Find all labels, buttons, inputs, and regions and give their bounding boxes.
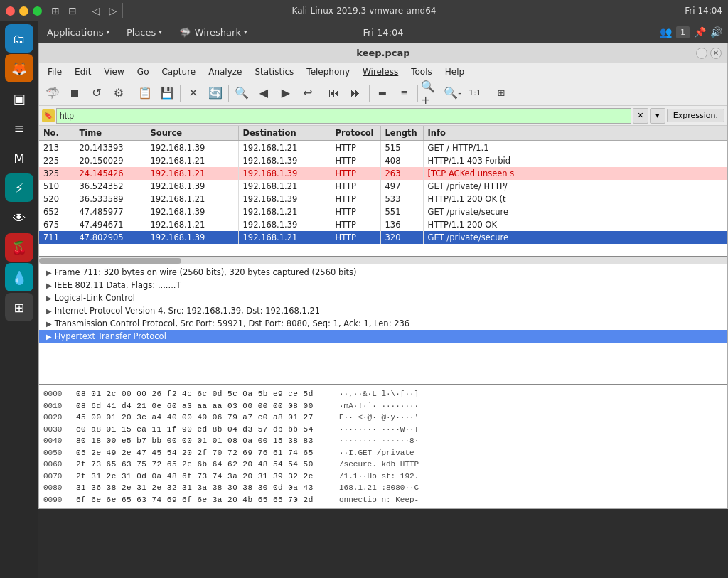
table-row[interactable]: 52036.533589192.168.1.21192.168.1.39HTTP…: [39, 193, 727, 205]
minimize-button[interactable]: [19, 6, 28, 16]
table-row[interactable]: 71147.802905192.168.1.39192.168.1.21HTTP…: [39, 231, 727, 244]
packet-hscroll-thumb: [39, 258, 181, 264]
tb-stop-btn[interactable]: ⏹: [64, 83, 85, 103]
detail-row[interactable]: ▶Transmission Control Protocol, Src Port…: [39, 317, 727, 330]
expression-button[interactable]: Expression.: [667, 109, 724, 122]
hex-row: 001008 6d 41 d4 21 0e 60 a3 aa aa 03 00 …: [43, 400, 723, 412]
menu-item-analyze[interactable]: Analyze: [203, 65, 247, 78]
tb-sep-4: [321, 85, 321, 102]
system-time: Fri 14:04: [685, 6, 722, 16]
terminal-icon[interactable]: ▣: [5, 84, 33, 112]
filter-bar: 🔖 ✕ ▾ Expression.: [39, 106, 727, 126]
metasploit-icon[interactable]: M: [5, 144, 33, 172]
left-sidebar: 🗂🦊▣≡M⚡👁🍒💧⊞: [0, 21, 38, 578]
menu-item-file[interactable]: File: [42, 65, 68, 78]
col-header-info: Info: [423, 126, 727, 141]
tb-shark-btn[interactable]: 🦈: [42, 83, 63, 103]
eye-icon[interactable]: 👁: [5, 203, 33, 232]
filter-input[interactable]: [56, 108, 631, 124]
taskbar: Applications ▾ Places ▾ 🦈 Wireshark ▾ Fr…: [38, 21, 728, 43]
system-bar-right: Fri 14:04: [685, 6, 722, 16]
maximize-button[interactable]: [33, 6, 42, 16]
tb-autoscroll-btn[interactable]: ≡: [394, 83, 415, 103]
wireshark-menu[interactable]: 🦈 Wireshark ▾: [171, 21, 256, 43]
places-menu[interactable]: Places ▾: [118, 21, 171, 43]
filter-apply-btn[interactable]: ▾: [650, 108, 665, 124]
tb-restart-btn[interactable]: ↺: [86, 83, 107, 103]
ws-inner: No. Time Source Destination Protocol Len…: [39, 126, 727, 508]
detail-row[interactable]: ▶Logical-Link Control: [39, 291, 727, 304]
menu-item-tools[interactable]: Tools: [405, 65, 438, 78]
tb-colorize-btn[interactable]: ▬: [372, 83, 393, 103]
firefox-icon[interactable]: 🦊: [5, 54, 33, 82]
hex-row: 002045 00 01 20 3c a4 40 00 40 06 79 a7 …: [43, 412, 723, 424]
applications-menu[interactable]: Applications ▾: [38, 21, 118, 43]
files-icon[interactable]: 🗂: [5, 24, 33, 53]
col-header-proto: Protocol: [331, 126, 380, 141]
table-row[interactable]: 65247.485977192.168.1.39192.168.1.21HTTP…: [39, 205, 727, 218]
menu-item-wireless[interactable]: Wireless: [357, 65, 404, 78]
menu-item-help[interactable]: Help: [439, 65, 470, 78]
table-row[interactable]: 67547.494671192.168.1.21192.168.1.39HTTP…: [39, 218, 727, 231]
packet-table: No. Time Source Destination Protocol Len…: [39, 126, 727, 244]
detail-row[interactable]: ▶Frame 711: 320 bytes on wire (2560 bits…: [39, 266, 727, 279]
lightning-icon[interactable]: ⚡: [5, 173, 33, 202]
volume-icon: 🔊: [710, 26, 722, 38]
ws-minimize-btn[interactable]: ─: [696, 48, 707, 59]
tb-zoom-normal-btn[interactable]: 1:1: [464, 83, 486, 103]
tb-icon-1[interactable]: ⊞: [48, 3, 63, 18]
tb-close-btn[interactable]: ✕: [183, 83, 204, 103]
menu-item-go[interactable]: Go: [132, 65, 155, 78]
files2-icon[interactable]: ≡: [5, 114, 33, 142]
detail-row[interactable]: ▶IEEE 802.11 Data, Flags: .......T: [39, 279, 727, 291]
grid-icon[interactable]: ⊞: [5, 293, 33, 321]
menu-item-telephony[interactable]: Telephony: [301, 65, 355, 78]
tb-sep-3: [228, 85, 229, 102]
detail-row[interactable]: ▶Internet Protocol Version 4, Src: 192.1…: [39, 304, 727, 317]
tb-sep-1: [132, 85, 132, 102]
packet-detail: ▶Frame 711: 320 bytes on wire (2560 bits…: [39, 264, 727, 385]
menu-item-view[interactable]: View: [98, 65, 129, 78]
tb-sep-5: [369, 85, 370, 102]
toolbar-group-2: ◁ ▷: [87, 3, 123, 18]
table-row[interactable]: 32524.145426192.168.1.21192.168.1.39HTTP…: [39, 167, 727, 180]
settings-icon: 📌: [694, 26, 706, 38]
filter-clear-btn[interactable]: ✕: [633, 108, 648, 124]
menu-item-statistics[interactable]: Statistics: [249, 65, 299, 78]
tb-search-btn[interactable]: 🔍: [231, 83, 252, 103]
window-buttons: [6, 6, 42, 16]
tb-icon-2[interactable]: ⊟: [65, 3, 80, 18]
tb-back-btn[interactable]: ◀: [253, 83, 274, 103]
close-button[interactable]: [6, 6, 15, 16]
tb-open-btn[interactable]: 📋: [134, 83, 156, 103]
menu-item-capture[interactable]: Capture: [156, 65, 201, 78]
col-header-src: Source: [146, 126, 238, 141]
tb-return-btn[interactable]: ↩: [297, 83, 318, 103]
table-row[interactable]: 22520.150029192.168.1.21192.168.1.39HTTP…: [39, 154, 727, 167]
tb-icon-4[interactable]: ▷: [105, 3, 121, 18]
ws-close-btn[interactable]: ✕: [710, 48, 722, 59]
tb-icon-3[interactable]: ◁: [88, 3, 104, 18]
detail-row[interactable]: ▶Hypertext Transfer Protocol: [39, 330, 727, 343]
tb-fwd-btn[interactable]: ▶: [275, 83, 296, 103]
cherry-icon[interactable]: 🍒: [5, 233, 33, 262]
tb-save-btn[interactable]: 💾: [156, 83, 178, 103]
water-icon[interactable]: 💧: [5, 263, 33, 291]
tb-sep-2: [180, 85, 181, 102]
table-row[interactable]: 21320.143393192.168.1.39192.168.1.21HTTP…: [39, 141, 727, 154]
tb-options-btn[interactable]: ⚙: [108, 83, 129, 103]
menu-item-edit[interactable]: Edit: [69, 65, 97, 78]
ws-title: keep.pcap: [356, 48, 410, 58]
tb-zoom-out-btn[interactable]: 🔍-: [442, 83, 464, 103]
tb-resize-btn[interactable]: ⊞: [491, 83, 512, 103]
tb-reload-btn[interactable]: 🔄: [205, 83, 226, 103]
table-row[interactable]: 51036.524352192.168.1.39192.168.1.21HTTP…: [39, 180, 727, 193]
filter-bookmark-icon: 🔖: [42, 109, 55, 122]
tb-last-btn[interactable]: ⏭: [346, 83, 367, 103]
tb-zoom-in-btn[interactable]: 🔍+: [420, 83, 441, 103]
system-title: Kali-Linux-2019.3-vmware-amd64: [292, 6, 437, 16]
tb-first-btn[interactable]: ⏮: [323, 83, 345, 103]
hex-row: 00602f 73 65 63 75 72 65 2e 6b 64 62 20 …: [43, 459, 723, 471]
packet-hscroll[interactable]: [39, 257, 727, 264]
taskbar-time: Fri 14:04: [363, 27, 403, 38]
